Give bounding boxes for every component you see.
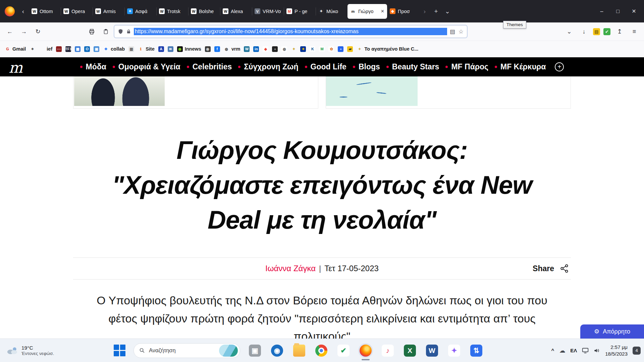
- bookmark-item[interactable]: ◉ Innews: [177, 46, 201, 52]
- site-nav-item[interactable]: Good Life: [305, 62, 346, 71]
- clipboard-button[interactable]: [100, 26, 111, 37]
- bookmark-item[interactable]: ✿: [328, 46, 334, 52]
- bookmark-item[interactable]: ●: [272, 46, 278, 52]
- bookmark-item[interactable]: M: [319, 46, 325, 52]
- bookmark-item[interactable]: ⋯: [56, 46, 62, 52]
- bookmark-item[interactable]: ▣: [94, 46, 99, 52]
- bookmark-item[interactable]: ◈: [263, 46, 268, 52]
- bookmark-item[interactable]: TF1: [65, 46, 71, 52]
- bookmark-item[interactable]: G Gmail: [5, 46, 26, 52]
- close-window-button[interactable]: ✕: [626, 0, 642, 22]
- bookmark-item[interactable]: ◉: [205, 46, 211, 52]
- url-bar[interactable]: https://www.madamefigaro.gr/sygxroni-zoi…: [114, 25, 467, 38]
- music-app[interactable]: ♪: [380, 343, 395, 358]
- language-indicator[interactable]: ΕΛ: [570, 348, 577, 353]
- site-nav-item[interactable]: Beauty Stars: [386, 62, 439, 71]
- site-nav-item[interactable]: Μόδα: [80, 62, 106, 71]
- browser-tab[interactable]: ✦ Μύκο ✕: [316, 4, 347, 19]
- search-box[interactable]: Αναζήτηση: [133, 343, 240, 358]
- downloads-button[interactable]: ↓: [578, 26, 590, 37]
- list-all-tabs-button[interactable]: ⌄: [442, 6, 453, 17]
- onedrive-cloud-icon[interactable]: ☁: [559, 347, 565, 354]
- menu-button[interactable]: ≡: [629, 26, 640, 37]
- design-app[interactable]: ✦: [447, 343, 462, 358]
- site-nav-item[interactable]: MF Κέρκυρα: [495, 62, 546, 71]
- bookmark-item[interactable]: ▦: [75, 46, 80, 52]
- reader-mode-icon[interactable]: ▤: [450, 28, 455, 35]
- privacy-button[interactable]: ⚙ Απόρρητο: [580, 324, 644, 339]
- extension-yellow-icon[interactable]: ▤: [593, 28, 600, 35]
- notification-count-badge[interactable]: 4: [633, 347, 641, 355]
- browser-tab[interactable]: W Bolshe ✕: [188, 4, 220, 19]
- hidden-icons-chevron[interactable]: ^: [551, 348, 554, 353]
- site-nav-item[interactable]: Ομορφιά & Υγεία: [113, 62, 180, 71]
- maximize-button[interactable]: □: [610, 0, 626, 22]
- browser-tab[interactable]: m Γιώργο ✕: [347, 4, 387, 19]
- bookmark-item[interactable]: ief: [39, 46, 52, 52]
- share-button[interactable]: ↥: [614, 26, 625, 37]
- site-nav-item[interactable]: Blogs: [353, 62, 380, 71]
- clock[interactable]: 2:57 μμ 18/5/2023: [605, 344, 628, 357]
- article-card[interactable]: [73, 76, 318, 109]
- article-card[interactable]: [326, 76, 571, 109]
- bookmark-item[interactable]: ◍: [281, 46, 287, 52]
- bookmark-item[interactable]: O: [84, 46, 90, 52]
- extension-check-icon[interactable]: ✔: [603, 28, 610, 35]
- bookmark-item[interactable]: ✦: [291, 46, 297, 52]
- browser-tab[interactable]: W Trotsk ✕: [156, 4, 188, 19]
- browser-tab[interactable]: W Ottom ✕: [29, 4, 61, 19]
- browser-tab[interactable]: M P - ge ✕: [284, 4, 316, 19]
- url-text[interactable]: https://www.madamefigaro.gr/sygxroni-zoi…: [134, 28, 447, 35]
- display-icon[interactable]: [582, 348, 589, 353]
- browser-tab[interactable]: W Alexa ✕: [220, 4, 252, 19]
- sync-app[interactable]: ⇅: [469, 343, 484, 358]
- tab-close-icon[interactable]: ✕: [381, 9, 384, 14]
- bookmark-item[interactable]: ✶: [300, 46, 306, 52]
- tab-scroll-left-button[interactable]: ‹: [17, 6, 29, 17]
- minimize-button[interactable]: –: [594, 0, 610, 22]
- bookmark-item[interactable]: ●: [338, 46, 343, 52]
- bookmark-item[interactable]: ✦ Το αγαπημένο Blue C...: [357, 46, 418, 52]
- word[interactable]: W: [425, 343, 439, 358]
- file-explorer[interactable]: [292, 343, 307, 358]
- todo-app[interactable]: ✔: [336, 343, 351, 358]
- site-nav-item[interactable]: MF Πάρος: [445, 62, 488, 71]
- share-control[interactable]: Share: [533, 263, 570, 274]
- bookmark-item[interactable]: ▥: [128, 46, 134, 52]
- media-app[interactable]: ◉: [270, 343, 284, 358]
- bookmark-item[interactable]: ▰: [347, 46, 353, 52]
- lock-icon[interactable]: [126, 29, 131, 35]
- bookmark-item[interactable]: K: [310, 46, 315, 52]
- screenshot-app[interactable]: ▣: [248, 343, 262, 358]
- tab-scroll-right-button[interactable]: ›: [419, 6, 430, 17]
- excel[interactable]: X: [402, 343, 417, 358]
- browser-tab[interactable]: W Opera ✕: [61, 4, 93, 19]
- firefox-view-button[interactable]: [5, 6, 15, 16]
- browser-tab[interactable]: V VRM-Vote ✕: [252, 4, 284, 19]
- browser-tab[interactable]: ◆ Προσ ✕: [387, 4, 419, 19]
- bookmark-star-icon[interactable]: ☆: [459, 28, 464, 35]
- bookmark-item[interactable]: W: [244, 46, 250, 52]
- bookmark-item[interactable]: ✶: [30, 46, 35, 52]
- weather-widget[interactable]: 19°C Έντονες νεφώσ.: [0, 339, 60, 362]
- bookmark-item[interactable]: f: [214, 46, 220, 52]
- reload-button[interactable]: ↻: [32, 26, 44, 37]
- pocket-button[interactable]: ⌄: [564, 26, 575, 37]
- speaker-icon[interactable]: [594, 348, 600, 353]
- new-tab-button[interactable]: +: [430, 6, 442, 17]
- print-button[interactable]: [86, 26, 97, 37]
- firefox[interactable]: [358, 343, 373, 358]
- bookmark-item[interactable]: ◍ vrm: [224, 46, 240, 52]
- bookmark-item[interactable]: ℹ Site: [138, 46, 155, 52]
- bookmark-item[interactable]: A: [158, 46, 164, 52]
- start-button[interactable]: [113, 344, 126, 357]
- site-nav-item[interactable]: Σύγχρονη Ζωή: [238, 62, 298, 71]
- madamefigaro-logo[interactable]: m: [9, 58, 23, 77]
- shield-icon[interactable]: [118, 28, 123, 35]
- nav-plus-icon[interactable]: +: [555, 62, 564, 71]
- site-nav-item[interactable]: Celebrities: [187, 62, 232, 71]
- browser-tab[interactable]: W Armis ✕: [93, 4, 124, 19]
- back-button[interactable]: ←: [4, 26, 15, 37]
- bookmark-item[interactable]: in: [253, 46, 259, 52]
- browser-tab[interactable]: ✦ Ασφά ✕: [124, 4, 156, 19]
